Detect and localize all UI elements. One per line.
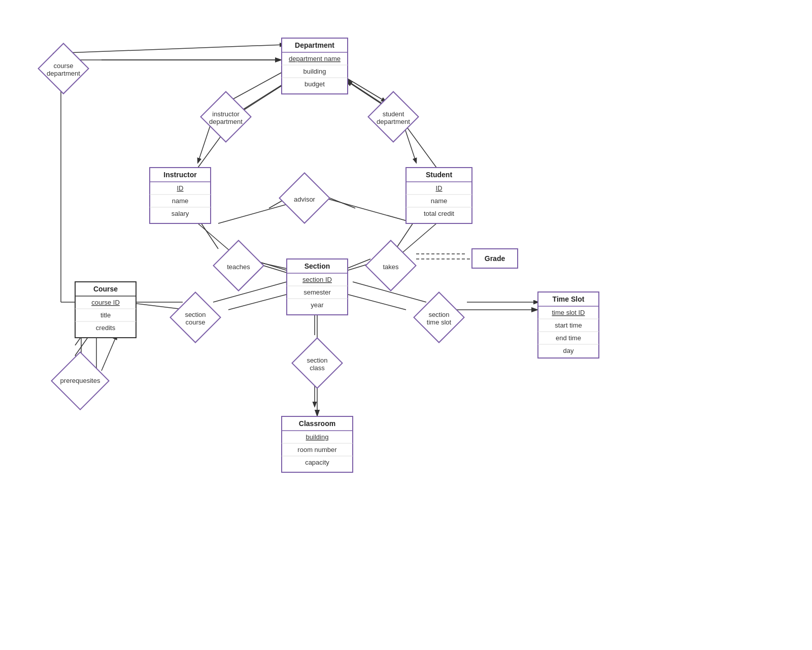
course-entity: Course course ID title credits [75,282,136,338]
er-diagram: Department department name building budg… [0,0,812,650]
section-course-diamond: section course [171,292,221,343]
classroom-attr-roomnumber: room number [297,446,337,453]
department-attr-building: building [303,68,326,75]
teaches-diamond: teaches [214,241,264,291]
instructor-attr-salary: salary [172,210,189,217]
section-entity: Section section ID semester year [287,259,348,315]
course-attr-credits: credits [96,324,116,332]
svg-text:advisor: advisor [294,196,316,203]
section-attr-id: section ID [302,276,332,283]
timeslot-title: Time Slot [553,295,585,303]
timeslot-attr-day: day [563,347,574,354]
course-attr-id: course ID [91,299,120,306]
classroom-entity: Classroom building room number capacity [282,416,353,472]
timeslot-attr-id: time slot ID [552,309,585,316]
section-attr-semester: semester [303,288,331,296]
section-timeslot-diamond: section time slot [414,292,464,343]
svg-text:time slot: time slot [427,318,452,326]
svg-text:takes: takes [383,263,399,271]
student-entity: Student ID name total credit [406,168,472,223]
student-attr-name: name [431,197,448,205]
svg-text:student: student [383,110,404,118]
svg-text:section: section [307,356,327,364]
classroom-title: Classroom [299,419,335,428]
timeslot-attr-starttime: start time [555,321,582,329]
svg-text:section: section [185,311,206,318]
department-title: Department [295,41,334,49]
svg-line-33 [198,223,233,254]
department-entity: Department department name building budg… [282,38,348,94]
course-department-label: course [53,62,73,70]
course-title: Course [93,285,118,293]
department-attr-budget: budget [304,80,325,88]
instructor-attr-id: ID [177,184,184,192]
svg-text:teaches: teaches [227,263,250,271]
instructor-entity: Instructor ID name salary [150,168,211,223]
student-title: Student [426,171,452,179]
svg-text:course: course [185,318,205,326]
svg-text:department: department [47,70,80,77]
svg-text:prerequesites: prerequesites [60,377,100,384]
classroom-attr-building: building [306,433,329,441]
timeslot-entity: Time Slot time slot ID start time end ti… [538,292,599,358]
student-attr-totalcredit: total credit [424,210,454,217]
course-attr-title: title [100,311,111,319]
section-attr-year: year [311,301,324,309]
instructor-department-diamond: instructor department [201,92,251,142]
classroom-attr-capacity: capacity [305,459,329,466]
grade-title: Grade [485,254,505,263]
course-department-diamond: course department [39,44,89,94]
advisor-diamond: advisor [280,173,330,223]
grade-entity: Grade [472,249,518,268]
svg-text:section: section [428,311,449,318]
svg-text:class: class [310,364,325,372]
svg-text:department: department [209,118,243,125]
instructor-title: Instructor [163,171,197,179]
prerequesites-diamond: prerequesites [51,352,109,409]
instructor-attr-name: name [172,197,189,205]
svg-line-32 [406,126,436,168]
section-title: Section [304,262,330,270]
timeslot-attr-endtime: end time [556,334,581,342]
svg-text:instructor: instructor [212,110,240,118]
svg-text:department: department [377,118,410,125]
svg-line-40 [325,198,416,223]
svg-line-36 [401,223,436,254]
department-attr-name: department name [289,55,341,62]
section-class-diamond: section class [292,338,343,388]
student-attr-id: ID [436,184,443,192]
